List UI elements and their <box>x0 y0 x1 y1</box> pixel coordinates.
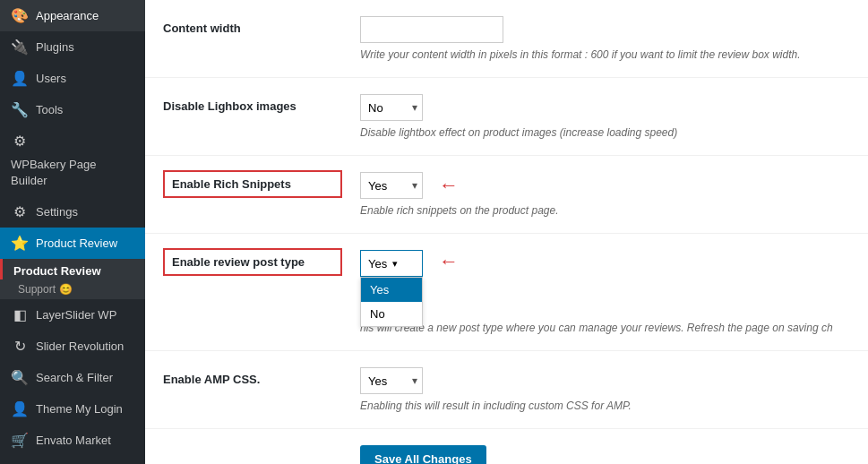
amp-css-control: Yes No Enabling this will result in incl… <box>360 367 850 412</box>
disable-lightbox-row: Disable Lighbox images No Yes Disable li… <box>145 78 868 156</box>
rich-snippets-select-wrapper: Yes No <box>360 172 423 199</box>
sidebar-item-theme-my-login[interactable]: 👤 Theme My Login <box>0 393 145 425</box>
sidebar-item-tools[interactable]: 🔧 Tools <box>0 94 145 125</box>
amp-css-desc: Enabling this will result in including c… <box>360 400 850 412</box>
sidebar-item-slider-revolution[interactable]: ↻ Slider Revolution <box>0 331 145 362</box>
review-post-type-option-no[interactable]: No <box>361 302 422 326</box>
review-post-type-dropdown: Yes ▾ Yes No <box>360 250 423 277</box>
sidebar-item-plugins[interactable]: 🔌 Plugins <box>0 31 145 63</box>
search-filter-icon: 🔍 <box>11 369 29 386</box>
sidebar-item-wpbakery[interactable]: ⚙ WPBakery Page Builder <box>0 125 145 196</box>
review-post-type-options: Yes No <box>360 277 423 327</box>
disable-lightbox-label: Disable Lighbox images <box>163 94 342 113</box>
review-post-type-control: Yes ▾ Yes No ← his will create a new pos… <box>360 250 850 334</box>
review-post-type-select-trigger[interactable]: Yes ▾ <box>360 250 423 277</box>
sidebar: 🎨 Appearance 🔌 Plugins 👤 Users 🔧 Tools ⚙… <box>0 0 145 464</box>
disable-lightbox-select-wrapper: No Yes <box>360 94 423 121</box>
sidebar-item-search-filter[interactable]: 🔍 Search & Filter <box>0 362 145 393</box>
sidebar-item-product-review[interactable]: ⭐ Product Review <box>0 228 145 259</box>
save-control: Save All Changes <box>360 445 486 464</box>
save-row: Save All Changes <box>145 429 868 464</box>
review-post-type-label: Enable review post type <box>163 248 342 276</box>
sidebar-item-settings[interactable]: ⚙ Settings <box>0 196 145 228</box>
plugins-icon: 🔌 <box>11 39 29 56</box>
save-all-changes-button[interactable]: Save All Changes <box>360 445 486 464</box>
tools-icon: 🔧 <box>11 101 29 118</box>
review-post-type-arrow: ← <box>439 250 459 273</box>
review-post-type-row: Enable review post type Yes ▾ Yes No ← h… <box>145 234 868 351</box>
review-post-type-option-yes[interactable]: Yes <box>361 278 422 302</box>
slider-revolution-icon: ↻ <box>11 338 29 355</box>
layerslider-icon: ◧ <box>11 306 29 323</box>
sidebar-product-review-support[interactable]: Support 😊 <box>0 279 145 299</box>
rich-snippets-row: Enable Rich Snippets Yes No ← Enable ric… <box>145 156 868 234</box>
appearance-icon: 🎨 <box>11 7 29 24</box>
content-width-input[interactable] <box>360 16 503 43</box>
support-emoji: 😊 <box>59 283 73 296</box>
rich-snippets-select[interactable]: Yes No <box>360 172 423 199</box>
sidebar-item-envato-market[interactable]: 🛒 Envato Market <box>0 425 145 456</box>
content-width-control: Write your content width in pixels in th… <box>360 16 850 61</box>
amp-css-select[interactable]: Yes No <box>360 367 423 394</box>
amp-css-row: Enable AMP CSS. Yes No Enabling this wil… <box>145 351 868 429</box>
review-post-type-desc: his will create a new post type where yo… <box>360 322 850 334</box>
disable-lightbox-select[interactable]: No Yes <box>360 94 423 121</box>
disable-lightbox-control: No Yes Disable lightbox effect on produc… <box>360 94 850 139</box>
content-width-desc: Write your content width in pixels in th… <box>360 48 850 61</box>
envato-market-icon: 🛒 <box>11 432 29 449</box>
users-icon: 👤 <box>11 70 29 87</box>
sidebar-item-appearance[interactable]: 🎨 Appearance <box>0 0 145 31</box>
content-width-label: Content width <box>163 16 342 35</box>
support-label: Support <box>18 283 56 296</box>
product-review-icon: ⭐ <box>11 235 29 252</box>
rich-snippets-label: Enable Rich Snippets <box>163 170 342 198</box>
sidebar-product-review-label: Product Review <box>0 259 145 279</box>
rich-snippets-arrow: ← <box>439 174 459 197</box>
wpbakery-icon: ⚙ <box>11 133 29 150</box>
content-width-row: Content width Write your content width i… <box>145 0 868 78</box>
main-content: Content width Write your content width i… <box>145 0 868 464</box>
sidebar-item-users[interactable]: 👤 Users <box>0 63 145 94</box>
theme-my-login-icon: 👤 <box>11 400 29 417</box>
amp-css-label: Enable AMP CSS. <box>163 367 342 386</box>
disable-lightbox-desc: Disable lightbox effect on product image… <box>360 126 850 139</box>
chevron-down-icon: ▾ <box>392 258 398 270</box>
rich-snippets-desc: Enable rich snippets on the product page… <box>360 204 850 217</box>
settings-icon: ⚙ <box>11 203 29 220</box>
sidebar-item-layerslider[interactable]: ◧ LayerSlider WP <box>0 299 145 331</box>
amp-css-select-wrapper: Yes No <box>360 367 423 394</box>
rich-snippets-control: Yes No ← Enable rich snippets on the pro… <box>360 172 850 217</box>
